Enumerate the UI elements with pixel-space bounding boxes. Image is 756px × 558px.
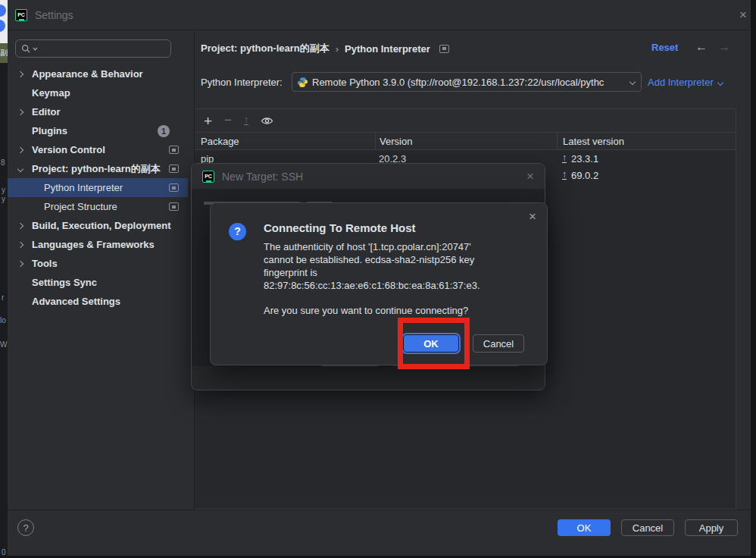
sidebar-item-label: Settings Sync	[32, 277, 97, 288]
package-latest-version: 69.0.2	[571, 170, 598, 181]
sidebar-item-label: Build, Execution, Deployment	[32, 220, 170, 231]
connecting-dialog: × ? Connecting To Remote Host The authen…	[210, 202, 548, 365]
sidebar-item-tools[interactable]: Tools	[8, 254, 188, 273]
sidebar-item-appearance[interactable]: Appearance & Behavior	[8, 64, 188, 83]
scope-icon	[169, 146, 179, 154]
interpreter-select[interactable]: Remote Python 3.9.0 (sftp://root@192.168…	[292, 72, 642, 92]
chevron-right-icon[interactable]	[17, 146, 23, 152]
desktop-glyph: 副	[0, 49, 8, 57]
chevron-down-icon[interactable]	[17, 165, 23, 171]
add-package-icon[interactable]: +	[204, 114, 212, 128]
close-icon[interactable]: ×	[739, 8, 747, 21]
sidebar-item-label: Languages & Frameworks	[32, 239, 155, 250]
sidebar-item-version-control[interactable]: Version Control	[8, 140, 188, 159]
pycharm-logo-icon: PC	[202, 171, 214, 183]
ssh-dialog-titlebar: PC New Target: SSH ×	[192, 164, 545, 189]
forward-arrow-icon[interactable]: →	[718, 40, 730, 54]
desktop-green-block: 副	[0, 43, 8, 63]
sidebar-item-languages-frameworks[interactable]: Languages & Frameworks	[8, 235, 188, 254]
sidebar-item-plugins[interactable]: Plugins 1	[8, 121, 188, 140]
breadcrumb: Project: python-learn的副本 › Python Interp…	[201, 42, 449, 55]
desktop-glyph: W	[0, 341, 7, 349]
sidebar-item-label: Editor	[32, 106, 61, 118]
column-header-version[interactable]: Version	[375, 133, 557, 149]
chevron-right-icon[interactable]	[17, 108, 23, 114]
chevron-right-icon[interactable]	[17, 222, 23, 228]
chevron-down-icon	[629, 79, 636, 85]
chevron-right-icon[interactable]	[17, 71, 23, 77]
sidebar-item-python-interpreter[interactable]: Python Interpreter	[8, 178, 188, 197]
upgrade-available-icon[interactable]: ↑	[562, 171, 567, 180]
desktop-blue-dot	[0, 20, 5, 32]
settings-sidebar: Appearance & Behavior Keymap Editor Plug…	[8, 31, 195, 509]
breadcrumb-separator: ›	[336, 43, 339, 55]
plugins-count-badge: 1	[158, 125, 170, 137]
settings-titlebar: PC Settings ×	[8, 0, 751, 30]
packages-toolbar: + − ↑	[195, 109, 736, 132]
desktop-right-sliver	[751, 0, 756, 558]
chevron-right-icon[interactable]	[17, 241, 23, 247]
sidebar-item-advanced-settings[interactable]: Advanced Settings	[8, 292, 188, 311]
settings-search-box[interactable]	[15, 39, 171, 58]
interpreter-label: Python Interpreter:	[201, 77, 283, 88]
desktop-glyph: r	[2, 294, 4, 302]
ssh-dialog-title: New Target: SSH	[222, 171, 519, 183]
remove-package-icon[interactable]: −	[224, 113, 232, 128]
reset-link[interactable]: Reset	[651, 42, 678, 53]
ssh-dialog-footer: ? Previous Next Cancel	[192, 365, 545, 390]
connecting-dialog-title: Connecting To Remote Host	[264, 221, 416, 234]
desktop-background-strip: 副 8 y y r lo W 0	[0, 0, 8, 558]
search-filter-chevron-icon	[33, 47, 38, 51]
close-icon[interactable]: ×	[526, 170, 534, 183]
sidebar-item-project[interactable]: Project: python-learn的副本	[8, 159, 188, 178]
connecting-dialog-message: The authenticity of host '[1.tcp.cpolar.…	[264, 240, 480, 292]
desktop-glyph: y	[2, 187, 5, 194]
sidebar-item-label: Advanced Settings	[32, 296, 120, 307]
sidebar-item-label: Project Structure	[44, 201, 117, 212]
apply-button[interactable]: Apply	[685, 519, 738, 536]
desktop-white-block	[0, 0, 8, 43]
desktop-glyph: y	[2, 196, 5, 203]
search-input[interactable]	[39, 43, 161, 55]
settings-footer: ? OK Cancel Apply	[8, 509, 751, 556]
upgrade-package-icon[interactable]: ↑	[244, 116, 248, 125]
add-interpreter-label: Add Interpreter	[648, 77, 714, 88]
sidebar-item-label: Version Control	[32, 144, 105, 155]
sidebar-item-label: Appearance & Behavior	[32, 68, 143, 80]
chevron-down-icon	[717, 79, 723, 85]
column-header-latest[interactable]: Latest version	[557, 133, 736, 149]
scope-icon	[169, 202, 179, 211]
sidebar-item-list: Appearance & Behavior Keymap Editor Plug…	[8, 64, 195, 311]
message-line: cannot be established. ecdsa-sha2-nistp2…	[264, 253, 480, 266]
help-icon[interactable]: ?	[17, 519, 34, 536]
add-interpreter-link[interactable]: Add Interpreter	[648, 77, 723, 88]
sidebar-item-keymap[interactable]: Keymap	[8, 83, 188, 102]
sidebar-item-label: Python Interpreter	[44, 182, 123, 193]
close-icon[interactable]: ×	[529, 209, 536, 224]
desktop-glyph: 8	[1, 159, 5, 167]
scope-icon	[439, 45, 449, 53]
back-arrow-icon[interactable]: ←	[695, 40, 708, 54]
sidebar-item-project-structure[interactable]: Project Structure	[8, 197, 188, 216]
sidebar-item-label: Tools	[32, 258, 58, 269]
cancel-button[interactable]: Cancel	[621, 519, 674, 536]
eye-icon[interactable]	[261, 116, 273, 126]
interpreter-value: Remote Python 3.9.0 (sftp://root@192.168…	[312, 77, 626, 88]
chevron-right-icon[interactable]	[17, 260, 23, 266]
sidebar-item-build-execution[interactable]: Build, Execution, Deployment	[8, 216, 188, 235]
python-icon	[297, 77, 308, 88]
column-header-package[interactable]: Package	[195, 136, 375, 147]
breadcrumb-project[interactable]: Project: python-learn的副本	[201, 42, 330, 55]
ok-button[interactable]: OK	[558, 519, 611, 536]
upgrade-available-icon[interactable]: ↑	[562, 154, 567, 163]
search-icon	[21, 44, 31, 54]
sidebar-item-editor[interactable]: Editor	[8, 102, 188, 121]
package-latest-version: 23.3.1	[571, 153, 598, 165]
breadcrumb-page: Python Interpreter	[345, 43, 430, 55]
scope-icon	[169, 165, 179, 173]
sidebar-item-settings-sync[interactable]: Settings Sync	[8, 273, 188, 292]
connect-cancel-button[interactable]: Cancel	[473, 334, 524, 353]
message-line: fingerprint is	[264, 266, 480, 279]
sidebar-item-label: Keymap	[32, 87, 70, 99]
red-highlight-annotation	[398, 318, 470, 369]
